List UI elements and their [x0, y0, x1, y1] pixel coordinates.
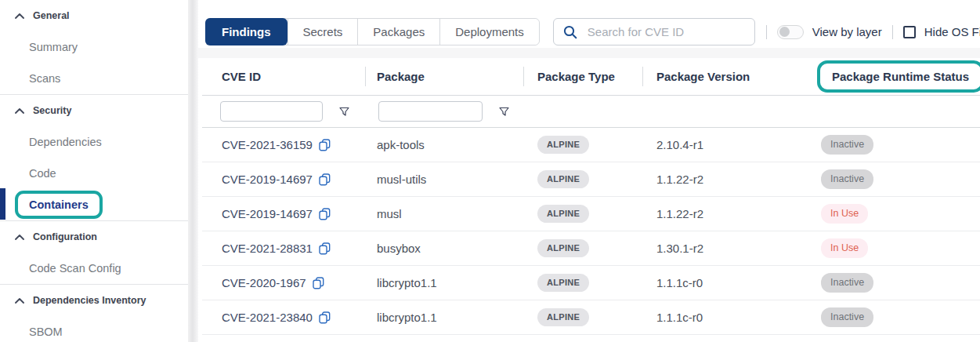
hide-os-findings-label: Hide OS Findings — [924, 25, 980, 38]
runtime-status-highlight-annotation: Package Runtime Status — [817, 60, 980, 93]
sidebar-section-header-general[interactable]: General — [0, 0, 188, 31]
package-name: libcrypto1.1 — [377, 311, 437, 324]
sidebar-section-header-security[interactable]: Security — [0, 95, 188, 126]
sidebar-item-code[interactable]: Code — [0, 158, 188, 189]
chevron-up-icon — [15, 295, 24, 306]
view-by-layer-label: View by layer — [812, 25, 882, 38]
search-icon — [563, 25, 577, 39]
sidebar-section-dependencies-inventory: Dependencies Inventory SBOM — [0, 284, 188, 342]
runtime-status-badge: Inactive — [821, 273, 873, 292]
package-type-badge: ALPINE — [537, 170, 589, 187]
containers-highlight-annotation: Containers — [15, 191, 103, 219]
app-root: General Summary Scans Security Dependenc… — [0, 0, 980, 342]
package-name: musl — [377, 207, 402, 220]
cve-filter-cell — [202, 96, 365, 127]
cve-id-link[interactable]: CVE-2021-23840 — [222, 311, 313, 324]
table-row: CVE-2019-14697 musl ALPINE 1.1.22-r2 In … — [202, 197, 980, 231]
toolbar-divider — [766, 25, 767, 39]
copy-icon[interactable] — [319, 208, 331, 220]
sidebar-item-containers[interactable]: Containers — [0, 189, 188, 220]
package-version: 2.10.4-r1 — [656, 138, 703, 151]
runtime-status-badge: Inactive — [821, 169, 873, 188]
column-header-package-version[interactable]: Package Version — [642, 58, 815, 95]
toolbar: Findings Secrets Packages Deployments Vi… — [198, 18, 980, 45]
copy-icon[interactable] — [319, 139, 331, 151]
package-filter-cell — [365, 96, 523, 127]
sidebar-item-code-scan-config[interactable]: Code Scan Config — [0, 253, 188, 284]
chevron-up-icon — [15, 10, 24, 21]
package-type-badge: ALPINE — [537, 205, 589, 222]
package-version: 1.30.1-r2 — [656, 242, 703, 255]
cve-search-box — [553, 18, 755, 45]
main-content: Findings Secrets Packages Deployments Vi… — [198, 0, 980, 342]
tab-findings[interactable]: Findings — [205, 18, 287, 45]
chevron-up-icon — [15, 105, 24, 116]
column-header-package-type[interactable]: Package Type — [523, 58, 642, 95]
section-label: Configuration — [33, 231, 97, 242]
section-label: Dependencies Inventory — [33, 295, 146, 306]
table-row: CVE-2021-36159 apk-tools ALPINE 2.10.4-r… — [202, 128, 980, 162]
sidebar-item-summary[interactable]: Summary — [0, 31, 188, 63]
section-label: General — [33, 10, 70, 21]
toggle-knob — [779, 27, 790, 37]
cve-id-link[interactable]: CVE-2021-28831 — [222, 242, 313, 255]
cve-filter-input[interactable] — [220, 101, 323, 122]
sidebar-item-scans[interactable]: Scans — [0, 63, 188, 94]
sidebar-section-header-dependencies-inventory[interactable]: Dependencies Inventory — [0, 285, 188, 316]
sidebar-item-label: Code — [29, 167, 56, 180]
column-header-cve-id[interactable]: CVE ID — [202, 58, 365, 95]
tab-secrets[interactable]: Secrets — [287, 19, 358, 45]
cve-id-link[interactable]: CVE-2019-14697 — [222, 173, 313, 186]
cve-id-link[interactable]: CVE-2020-1967 — [222, 276, 306, 289]
table-filter-row — [202, 96, 980, 128]
cve-search-input[interactable] — [586, 24, 745, 39]
tab-deployments[interactable]: Deployments — [439, 19, 539, 45]
table-row: CVE-2021-23840 libcrypto1.1 ALPINE 1.1.1… — [202, 300, 980, 335]
package-version: 1.1.22-r2 — [656, 173, 703, 186]
sidebar-item-label: Containers — [29, 198, 89, 211]
package-type-badge: ALPINE — [537, 274, 589, 291]
package-type-badge: ALPINE — [537, 136, 589, 153]
package-type-badge: ALPINE — [537, 308, 589, 326]
sidebar-item-label: SBOM — [29, 326, 63, 338]
sidebar-item-label: Dependencies — [29, 136, 102, 148]
sidebar-item-label: Code Scan Config — [29, 262, 121, 275]
sidebar-item-label: Summary — [29, 41, 78, 53]
column-header-package[interactable]: Package — [365, 58, 523, 95]
toolbar-table-gap — [198, 48, 980, 58]
copy-icon[interactable] — [319, 173, 331, 186]
column-header-package-runtime-status[interactable]: Package Runtime Status — [815, 58, 980, 95]
sidebar-section-security: Security Dependencies Code Containers — [0, 94, 188, 220]
package-name: apk-tools — [377, 138, 425, 151]
toolbar-divider — [892, 25, 893, 39]
sidebar-item-label: Scans — [29, 72, 60, 85]
filter-icon[interactable] — [499, 107, 509, 117]
sidebar-section-configuration: Configuration Code Scan Config — [0, 220, 188, 284]
table-row: CVE-2019-14697 musl-utils ALPINE 1.1.22-… — [202, 162, 980, 197]
findings-table-body: CVE-2021-36159 apk-tools ALPINE 2.10.4-r… — [202, 128, 980, 335]
package-name: libcrypto1.1 — [377, 276, 437, 289]
cve-id-link[interactable]: CVE-2019-14697 — [222, 207, 313, 220]
tab-group: Findings Secrets Packages Deployments — [205, 18, 540, 45]
sidebar-section-general: General Summary Scans — [0, 0, 188, 94]
sidebar-item-sbom[interactable]: SBOM — [0, 316, 188, 342]
sidebar-section-header-configuration[interactable]: Configuration — [0, 221, 188, 253]
tab-packages[interactable]: Packages — [357, 19, 439, 45]
copy-icon[interactable] — [319, 242, 331, 255]
package-version: 1.1.22-r2 — [656, 207, 703, 220]
package-filter-input[interactable] — [378, 101, 483, 122]
sidebar: General Summary Scans Security Dependenc… — [0, 0, 188, 342]
table-header-row: CVE ID Package Package Type Package Vers… — [202, 58, 980, 96]
copy-icon[interactable] — [319, 311, 331, 324]
cve-id-link[interactable]: CVE-2021-36159 — [222, 138, 313, 151]
filter-icon[interactable] — [339, 107, 349, 117]
runtime-status-badge: In Use — [821, 238, 868, 257]
table-row: CVE-2020-1967 libcrypto1.1 ALPINE 1.1.1c… — [202, 266, 980, 300]
runtime-status-badge: Inactive — [821, 307, 873, 326]
sidebar-item-dependencies[interactable]: Dependencies — [0, 126, 188, 158]
table-row: CVE-2021-28831 busybox ALPINE 1.30.1-r2 … — [202, 231, 980, 266]
copy-icon[interactable] — [313, 277, 324, 289]
hide-os-findings-checkbox[interactable] — [903, 26, 916, 38]
view-by-layer-toggle[interactable] — [777, 25, 804, 39]
runtime-status-badge: In Use — [821, 204, 868, 223]
